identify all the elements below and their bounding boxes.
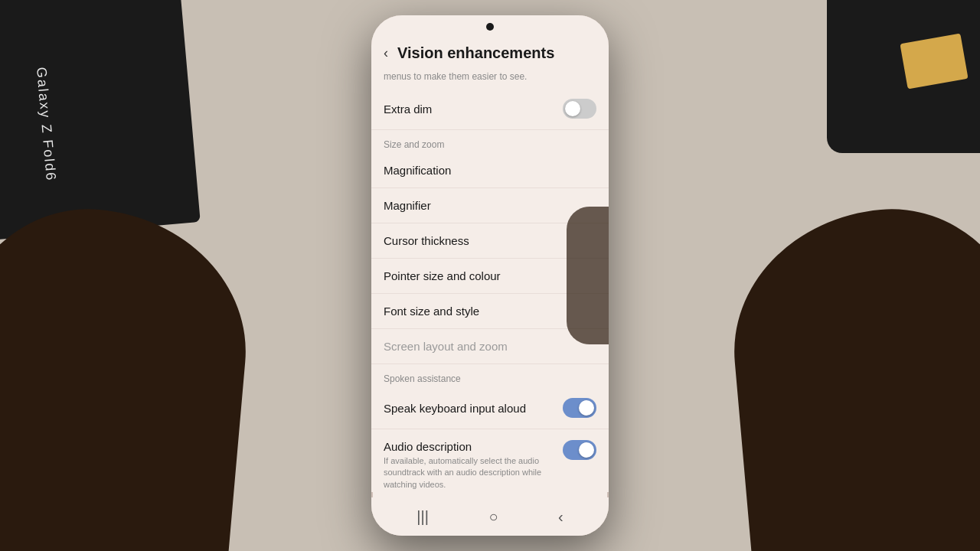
header: ‹ Vision enhancements xyxy=(371,38,609,71)
recent-apps-button[interactable]: ||| xyxy=(416,508,429,526)
magnification-label: Magnification xyxy=(384,164,451,177)
cursor-thickness-label: Cursor thickness xyxy=(384,234,469,247)
finger-overlay xyxy=(567,207,609,344)
magnifier-label: Magnifier xyxy=(384,199,431,212)
audio-description-desc: If available, automatically select the a… xyxy=(384,455,554,491)
speak-keyboard-toggle[interactable] xyxy=(563,398,596,418)
back-button[interactable]: ‹ xyxy=(384,45,388,61)
screen-layout-zoom-label: Screen layout and zoom xyxy=(384,340,508,353)
partial-description: menus to make them easier to see. xyxy=(371,71,609,88)
audio-description-toggle[interactable] xyxy=(563,440,596,460)
extra-dim-item[interactable]: Extra dim xyxy=(371,88,609,130)
font-size-style-label: Font size and style xyxy=(384,305,479,318)
spoken-assistance-section: Spoken assistance xyxy=(371,364,609,387)
phone: ‹ Vision enhancements menus to make them… xyxy=(371,15,609,536)
extra-dim-label: Extra dim xyxy=(384,103,432,116)
page-title: Vision enhancements xyxy=(397,44,554,62)
pointer-size-colour-label: Pointer size and colour xyxy=(384,269,501,282)
audio-description-item[interactable]: Audio description If available, automati… xyxy=(371,429,609,492)
audio-description-toggle-knob xyxy=(579,442,594,458)
size-zoom-section: Size and zoom xyxy=(371,130,609,153)
nav-bar: ||| ○ ‹ xyxy=(371,497,609,536)
speak-keyboard-item[interactable]: Speak keyboard input aloud xyxy=(371,387,609,429)
extra-dim-toggle-knob xyxy=(565,101,580,116)
phone-camera xyxy=(486,23,494,31)
phone-top-bar xyxy=(371,15,609,38)
audio-description-label: Audio description xyxy=(384,440,554,453)
extra-dim-toggle[interactable] xyxy=(563,99,596,119)
speak-keyboard-toggle-knob xyxy=(579,400,594,416)
galaxy-box: Galaxy Z Fold6 xyxy=(0,0,201,240)
galaxy-box-label: Galaxy Z Fold6 xyxy=(33,67,59,182)
magnification-item[interactable]: Magnification xyxy=(371,153,609,188)
audio-description-content: Audio description If available, automati… xyxy=(384,440,563,491)
home-button[interactable]: ○ xyxy=(488,508,498,526)
back-nav-button[interactable]: ‹ xyxy=(558,508,564,526)
speak-keyboard-label: Speak keyboard input aloud xyxy=(384,402,526,415)
